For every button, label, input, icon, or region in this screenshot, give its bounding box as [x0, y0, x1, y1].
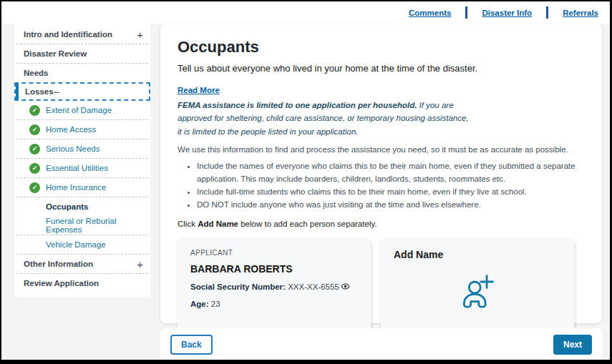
ssn-value: XXX-XX-6555	[286, 282, 339, 291]
sidebar-item-label: Extent of Damage	[46, 106, 112, 114]
check-circle-icon: ✓	[29, 182, 40, 193]
link-divider	[465, 6, 467, 19]
sidebar-item-label: Home Insurance	[46, 183, 106, 192]
referrals-link[interactable]: Referrals	[563, 9, 598, 17]
applicant-age: Age: 23	[190, 300, 358, 308]
list-item: Include full-time students who claims th…	[197, 186, 585, 199]
sidebar-item-label: Funeral or Reburial Expenses	[46, 217, 143, 234]
list-item: DO NOT include anyone who was just visit…	[197, 199, 585, 212]
occupant-rules-list: Include the names of everyone who claims…	[197, 160, 585, 211]
sidebar-item-needs[interactable]: Needs	[14, 64, 150, 82]
sidebar-item-label: Needs	[24, 69, 49, 77]
sidebar-item-label: Vehicle Damage	[46, 240, 106, 249]
check-circle-icon: ✓	[29, 105, 40, 116]
instruction-suffix: below to add each person separately.	[238, 220, 377, 228]
sidebar-item-label: Other Information	[24, 260, 93, 268]
top-nav: Comments Disaster Info Referrals	[1, 1, 610, 24]
sidebar-item-vehicle-damage[interactable]: Vehicle Damage	[14, 235, 150, 254]
applicant-card: APPLICANT BARBARA ROBERTS Social Securit…	[178, 238, 371, 334]
page-title: Occupants	[178, 38, 585, 56]
link-divider	[546, 6, 548, 19]
applicant-role-label: APPLICANT	[190, 249, 358, 257]
sidebar-item-other-information[interactable]: Other Information +	[14, 255, 150, 273]
sidebar-item-label: Serious Needs	[46, 144, 99, 153]
check-circle-icon: ✓	[29, 163, 40, 174]
read-more-link[interactable]: Read More	[178, 86, 220, 94]
sidebar-item-label: Intro and Identification	[24, 30, 112, 39]
sidebar-item-disaster-review[interactable]: Disaster Review	[14, 44, 150, 63]
sidebar-item-serious-needs[interactable]: ✓ Serious Needs	[14, 139, 150, 158]
application-steps-sidebar: Intro and Identification + Disaster Revi…	[14, 23, 150, 297]
occupants-panel: Occupants Tell us about everyone who liv…	[160, 24, 602, 323]
add-name-instruction: Click Add Name below to add each person …	[178, 220, 585, 228]
plus-icon[interactable]: +	[137, 29, 143, 40]
sidebar-item-funeral-or-reburial-expenses[interactable]: Funeral or Reburial Expenses	[14, 216, 150, 235]
occupant-cards: APPLICANT BARBARA ROBERTS Social Securit…	[178, 238, 585, 334]
add-name-label: Add Name	[394, 249, 561, 260]
sidebar-item-label: Occupants	[46, 202, 88, 211]
fema-note-line1-rest: If you are	[417, 101, 453, 109]
active-section-bar	[16, 84, 19, 99]
fema-note-line1: FEMA assistance is limited to one applic…	[178, 99, 585, 112]
add-name-card[interactable]: Add Name	[381, 238, 574, 334]
sidebar-item-home-access[interactable]: ✓ Home Access	[14, 120, 150, 139]
instruction-bold: Add Name	[198, 220, 238, 228]
sidebar-item-occupants-current[interactable]: Occupants	[14, 197, 150, 216]
sidebar-item-extent-of-damage[interactable]: ✓ Extent of Damage	[14, 101, 150, 119]
sidebar-item-losses-active[interactable]: Losses −	[14, 82, 150, 101]
show-ssn-eye-icon[interactable]	[341, 284, 350, 292]
plus-icon[interactable]: +	[137, 259, 143, 270]
minus-icon[interactable]: −	[54, 87, 60, 97]
ssn-label: Social Security Number:	[190, 282, 286, 291]
sidebar-item-label: Losses	[25, 87, 54, 96]
navigation-footer: Back Next	[160, 328, 602, 360]
fema-note-line2: approved for sheltering, child care assi…	[178, 112, 585, 124]
fema-note-bold: FEMA assistance is limited to one applic…	[178, 101, 417, 109]
back-button[interactable]: Back	[170, 335, 213, 355]
sidebar-item-label: Disaster Review	[24, 49, 87, 58]
sidebar-item-review-application[interactable]: Review Application	[14, 274, 150, 292]
age-value: 23	[209, 300, 220, 308]
sidebar-item-home-insurance[interactable]: ✓ Home Insurance	[14, 178, 150, 197]
check-circle-icon: ✓	[29, 124, 40, 135]
add-person-icon	[457, 272, 497, 315]
comments-link[interactable]: Comments	[409, 9, 451, 17]
instruction-prefix: Click	[178, 220, 198, 228]
fema-limit-note: FEMA assistance is limited to one applic…	[178, 99, 585, 138]
page-subtitle: Tell us about everyone who lived in your…	[178, 63, 585, 74]
applicant-ssn: Social Security Number: XXX-XX-6555	[190, 282, 358, 292]
sidebar-item-label: Review Application	[24, 279, 99, 287]
app-window: Comments Disaster Info Referrals Intro a…	[0, 0, 612, 364]
sidebar-item-intro-and-identification[interactable]: Intro and Identification +	[14, 25, 150, 44]
next-button[interactable]: Next	[553, 335, 592, 355]
sidebar-item-essential-utilities[interactable]: ✓ Essential Utilities	[14, 159, 150, 177]
sidebar-item-label: Home Access	[46, 125, 96, 134]
sidebar-item-label: Essential Utilities	[46, 164, 108, 172]
check-circle-icon: ✓	[29, 144, 40, 154]
list-item: Include the names of everyone who claims…	[197, 160, 585, 186]
accuracy-note: We use this information to find and proc…	[178, 145, 585, 154]
applicant-name: BARBARA ROBERTS	[190, 263, 358, 275]
age-label: Age:	[190, 300, 209, 308]
fema-note-line3: it is limited to the people listed in yo…	[178, 125, 585, 138]
disaster-info-link[interactable]: Disaster Info	[482, 9, 532, 17]
